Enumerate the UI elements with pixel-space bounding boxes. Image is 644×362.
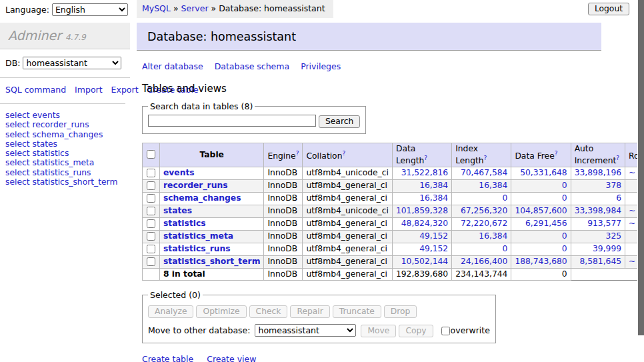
sidebar-select-link-statistics[interactable]: select: [5, 149, 30, 158]
row-checkbox-recorder-runs[interactable]: [147, 181, 155, 190]
sidebar-table-link-statistics-short-term[interactable]: statistics_short_term: [32, 177, 117, 187]
index-length-cell: 0: [452, 243, 511, 255]
sidebar-select-link-events[interactable]: select: [5, 111, 30, 120]
sidebar-action-sql-command[interactable]: SQL command: [5, 85, 66, 95]
auto-increment-link[interactable]: 6: [616, 193, 621, 203]
analyze-button[interactable]: Analyze: [148, 305, 193, 318]
repair-button[interactable]: Repair: [290, 305, 329, 318]
help-link-data-free[interactable]: ?: [555, 150, 558, 157]
link-privileges[interactable]: Privileges: [301, 61, 341, 71]
sidebar-table-link-statistics-runs[interactable]: statistics_runs: [32, 168, 91, 177]
scrollbar-thumb[interactable]: [638, 0, 644, 335]
sidebar-action-import[interactable]: Import: [75, 85, 103, 95]
data-free-link[interactable]: 0: [562, 181, 567, 190]
row-checkbox-statistics[interactable]: [147, 219, 155, 228]
search-input[interactable]: [148, 115, 316, 127]
sidebar-table-link-states[interactable]: states: [32, 139, 57, 149]
index-length-link[interactable]: 67,256,320: [461, 206, 507, 215]
index-length-link[interactable]: 0: [503, 193, 508, 203]
data-length-link[interactable]: 49,152: [419, 231, 448, 241]
language-select[interactable]: English: [52, 3, 128, 16]
breadcrumb-link-mysql[interactable]: MySQL: [142, 3, 171, 13]
index-length-link[interactable]: 24,166,400: [461, 257, 507, 266]
data-free-link[interactable]: 0: [562, 244, 567, 253]
table-name-link-schema-changes[interactable]: schema_changes: [163, 193, 241, 203]
move-button[interactable]: Move: [361, 325, 396, 337]
index-length-link[interactable]: 72,220,672: [461, 219, 507, 228]
sidebar-select-link-statistics-meta[interactable]: select: [5, 158, 30, 167]
data-length-link[interactable]: 101,859,328: [396, 206, 448, 215]
overwrite-checkbox[interactable]: [441, 327, 450, 335]
data-free-link[interactable]: 188,743,680: [515, 257, 567, 266]
search-button[interactable]: Search: [319, 115, 360, 128]
sidebar-select-link-statistics-short-term[interactable]: select: [5, 177, 30, 187]
sidebar-table-link-statistics-meta[interactable]: statistics_meta: [32, 158, 94, 167]
link-create-view[interactable]: Create view: [207, 354, 256, 362]
copy-button[interactable]: Copy: [399, 325, 433, 337]
truncate-button[interactable]: Truncate: [333, 305, 381, 318]
auto-increment-link[interactable]: 33,898,196: [575, 168, 621, 177]
table-name-link-events[interactable]: events: [163, 168, 195, 177]
sidebar-table-link-schema-changes[interactable]: schema_changes: [32, 130, 103, 139]
data-free-link[interactable]: 0: [562, 231, 567, 241]
table-name-link-statistics[interactable]: statistics: [163, 219, 206, 228]
move-db-select[interactable]: homeassistant: [255, 324, 356, 337]
auto-increment-link[interactable]: 8,581,645: [579, 257, 621, 266]
db-select[interactable]: homeassistant: [23, 57, 121, 69]
table-name-link-statistics-short-term[interactable]: statistics_short_term: [163, 257, 260, 266]
index-length-link[interactable]: 70,467,584: [461, 168, 507, 177]
breadcrumb-link-server[interactable]: Server: [181, 3, 209, 13]
help-link-data-length[interactable]: ?: [424, 155, 427, 161]
data-length-link[interactable]: 10,502,144: [401, 257, 448, 266]
data-free-cell: 188,743,680: [511, 255, 571, 268]
sidebar-select-link-recorder-runs[interactable]: select: [5, 120, 30, 129]
sidebar-table-link-statistics[interactable]: statistics: [32, 149, 69, 158]
index-length-link[interactable]: 0: [503, 244, 508, 253]
row-checkbox-events[interactable]: [147, 169, 155, 177]
auto-increment-link[interactable]: 39,999: [593, 244, 621, 253]
index-length-link[interactable]: 16,384: [479, 181, 507, 190]
index-length-link[interactable]: 16,384: [479, 231, 507, 241]
help-link-auto-increment[interactable]: ?: [616, 155, 619, 161]
sidebar-table-link-recorder-runs[interactable]: recorder_runs: [32, 120, 89, 129]
auto-increment-link[interactable]: 33,398,984: [575, 206, 621, 215]
data-free-link[interactable]: 0: [562, 193, 567, 203]
sidebar-select-link-schema-changes[interactable]: select: [5, 130, 30, 139]
optimize-button[interactable]: Optimize: [196, 305, 246, 318]
row-checkbox-statistics-runs[interactable]: [147, 245, 155, 253]
page-scrollbar[interactable]: [637, 0, 644, 362]
row-checkbox-schema-changes[interactable]: [147, 194, 155, 203]
data-free-link[interactable]: 104,857,600: [515, 206, 567, 215]
data-free-link[interactable]: 6,291,456: [525, 219, 567, 228]
check-button[interactable]: Check: [249, 305, 288, 318]
table-name-link-statistics-meta[interactable]: statistics_meta: [163, 231, 233, 241]
row-checkbox-statistics-short-term[interactable]: [147, 257, 155, 266]
auto-increment-link[interactable]: 325: [606, 231, 621, 241]
link-database-schema[interactable]: Database schema: [215, 61, 289, 71]
data-length-link[interactable]: 49,152: [419, 244, 448, 253]
sidebar-select-link-statistics-runs[interactable]: select: [5, 168, 30, 177]
link-create-table[interactable]: Create table: [142, 354, 193, 362]
help-link-index-length[interactable]: ?: [484, 155, 487, 161]
auto-increment-link[interactable]: 913,577: [587, 219, 621, 228]
help-link-engine[interactable]: ?: [296, 150, 299, 157]
table-name-link-statistics-runs[interactable]: statistics_runs: [163, 244, 231, 253]
drop-button[interactable]: Drop: [384, 305, 417, 318]
data-length-link[interactable]: 48,824,320: [401, 219, 448, 228]
link-alter-database[interactable]: Alter database: [142, 61, 203, 71]
data-free-link[interactable]: 50,331,648: [520, 168, 567, 177]
table-name-link-states[interactable]: states: [163, 206, 192, 215]
breadcrumb-separator: »: [211, 3, 217, 13]
sidebar-action-export[interactable]: Export: [111, 85, 139, 95]
help-link-collation[interactable]: ?: [342, 150, 345, 157]
data-length-link[interactable]: 16,384: [419, 181, 448, 190]
table-name-link-recorder-runs[interactable]: recorder_runs: [163, 181, 227, 190]
auto-increment-link[interactable]: 378: [606, 181, 621, 190]
row-checkbox-states[interactable]: [147, 207, 155, 215]
select-all-checkbox[interactable]: [147, 150, 155, 159]
data-length-link[interactable]: 31,522,816: [401, 168, 448, 177]
row-checkbox-statistics-meta[interactable]: [147, 232, 155, 241]
data-length-link[interactable]: 16,384: [419, 193, 448, 203]
sidebar-select-link-states[interactable]: select: [5, 139, 30, 149]
sidebar-table-link-events[interactable]: events: [32, 111, 59, 120]
